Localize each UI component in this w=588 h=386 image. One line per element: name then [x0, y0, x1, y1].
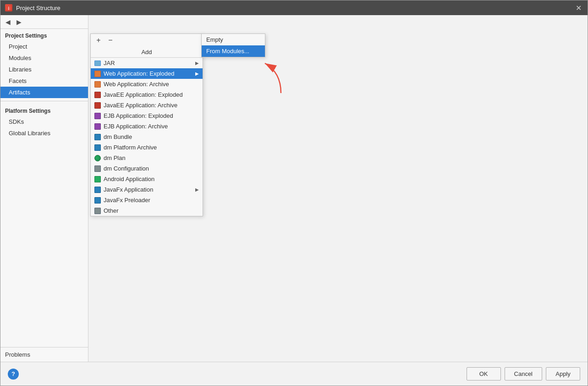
sidebar-divider [0, 101, 88, 101]
sidebar-item-artifacts[interactable]: Artifacts [0, 87, 88, 98]
close-button[interactable]: ✕ [574, 3, 583, 12]
project-structure-dialog: Project Structure ✕ ◀ ▶ Project Settings… [0, 0, 588, 386]
web-archive-icon [94, 81, 101, 88]
menu-item-dm-config[interactable]: dm Configuration [91, 163, 203, 174]
dm-bundle-icon [94, 134, 101, 140]
add-artifact-button[interactable]: + [93, 35, 104, 45]
menu-item-dm-platform[interactable]: dm Platform Archive [91, 142, 203, 153]
nav-toolbar: ◀ ▶ [0, 15, 88, 29]
web-exploded-submenu: Empty From Modules... [201, 33, 265, 57]
arrow-annotation [258, 59, 304, 97]
other-icon [94, 208, 101, 214]
dialog-title: Project Structure [16, 5, 60, 11]
sidebar-item-global-libraries[interactable]: Global Libraries [0, 127, 88, 139]
menu-item-javaee-exploded[interactable]: JavaEE Application: Exploded [91, 89, 203, 100]
menu-item-javafx[interactable]: JavaFx Application ▶ [91, 184, 203, 195]
menu-item-ejb-archive[interactable]: EJB Application: Archive [91, 121, 203, 132]
menu-item-web-exploded[interactable]: Web Application: Exploded ▶ [91, 68, 203, 79]
web-exploded-icon [94, 71, 101, 77]
menu-item-javaee-archive[interactable]: JavaEE Application: Archive [91, 100, 203, 110]
jar-arrow: ▶ [195, 61, 199, 66]
menu-item-android[interactable]: Android Application [91, 174, 203, 184]
project-settings-header: Project Settings [0, 29, 88, 41]
javafx-icon [94, 187, 101, 193]
platform-settings-header: Platform Settings [0, 104, 88, 116]
menu-item-jar[interactable]: JAR ▶ [91, 58, 203, 68]
sidebar-item-sdks[interactable]: SDKs [0, 116, 88, 127]
submenu-item-empty[interactable]: Empty [202, 34, 265, 45]
apply-button[interactable]: Apply [546, 367, 580, 380]
web-exploded-arrow: ▶ [195, 71, 199, 76]
menu-item-javafx-preloader[interactable]: JavaFx Preloader [91, 195, 203, 205]
menu-item-dm-plan[interactable]: dm Plan [91, 153, 203, 163]
sidebar-item-modules[interactable]: Modules [0, 52, 88, 64]
add-dropdown-panel: + − Add JAR ▶ Web Application: Exploded … [90, 33, 203, 216]
help-button[interactable]: ? [8, 369, 19, 380]
menu-item-web-archive[interactable]: Web Application: Archive [91, 79, 203, 89]
sidebar: ◀ ▶ Project Settings Project Modules Lib… [0, 15, 88, 362]
main-area: + − Add JAR ▶ Web Application: Exploded … [88, 15, 588, 362]
title-bar-left: Project Structure [5, 4, 60, 11]
bottom-bar: ? OK Cancel Apply [0, 362, 588, 386]
back-button[interactable]: ◀ [3, 17, 12, 27]
javaee-exploded-icon [94, 92, 101, 98]
menu-item-other[interactable]: Other [91, 205, 203, 216]
dm-platform-icon [94, 144, 101, 151]
javafx-arrow: ▶ [195, 187, 199, 192]
menu-item-ejb-exploded[interactable]: EJB Application: Exploded [91, 110, 203, 121]
add-menu-header: Add [91, 47, 203, 58]
dm-config-icon [94, 165, 101, 172]
forward-button[interactable]: ▶ [14, 17, 23, 27]
cancel-button[interactable]: Cancel [505, 367, 542, 380]
sidebar-item-problems[interactable]: Problems [0, 347, 88, 362]
title-bar: Project Structure ✕ [0, 0, 588, 15]
artifact-toolbar: + − [91, 34, 203, 47]
dm-plan-icon [94, 155, 101, 161]
android-icon [94, 176, 101, 182]
app-icon [5, 4, 12, 11]
submenu-item-from-modules[interactable]: From Modules... [202, 45, 265, 57]
menu-item-dm-bundle[interactable]: dm Bundle [91, 132, 203, 142]
javaee-archive-icon [94, 102, 101, 109]
ejb-archive-icon [94, 123, 101, 130]
content-area: ◀ ▶ Project Settings Project Modules Lib… [0, 15, 588, 362]
jar-icon [94, 61, 101, 66]
ejb-exploded-icon [94, 113, 101, 119]
ok-button[interactable]: OK [467, 367, 501, 380]
sidebar-item-project[interactable]: Project [0, 41, 88, 52]
sidebar-item-libraries[interactable]: Libraries [0, 64, 88, 75]
javafx-preloader-icon [94, 197, 101, 204]
sidebar-item-facets[interactable]: Facets [0, 75, 88, 87]
sidebar-bottom: Problems [0, 347, 88, 362]
remove-artifact-button[interactable]: − [105, 35, 115, 45]
